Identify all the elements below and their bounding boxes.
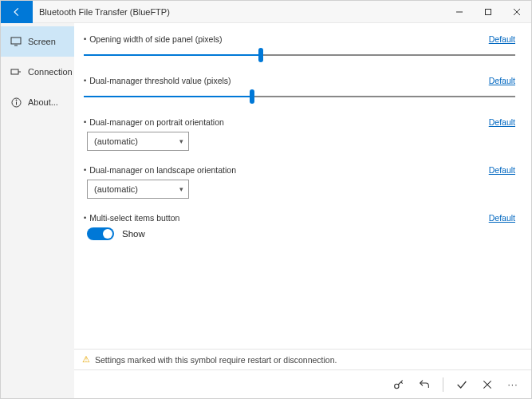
setting-label: •Multi-select items button bbox=[84, 213, 179, 223]
sidebar-item-label: Screen bbox=[28, 37, 56, 46]
setting-landscape: •Dual-manager on landscape orientation D… bbox=[84, 165, 515, 199]
default-link[interactable]: Default bbox=[489, 117, 515, 127]
setting-portrait: •Dual-manager on portrait orientation De… bbox=[84, 117, 515, 151]
dual-threshold-slider[interactable] bbox=[84, 90, 515, 103]
landscape-select[interactable]: (automatic) ▾ bbox=[87, 180, 189, 199]
slider-thumb[interactable] bbox=[250, 89, 254, 104]
key-button[interactable] bbox=[392, 377, 406, 392]
info-icon bbox=[10, 97, 22, 108]
undo-button[interactable] bbox=[417, 377, 432, 392]
slider-thumb[interactable] bbox=[258, 48, 263, 62]
sidebar-item-connection[interactable]: Connection bbox=[1, 57, 74, 87]
toolbar-separator bbox=[443, 377, 443, 392]
svg-point-10 bbox=[16, 100, 17, 101]
app-window: Bluetooth File Transfer (BlueFTP) Screen… bbox=[0, 0, 532, 399]
svg-rect-1 bbox=[486, 9, 491, 14]
minimize-icon bbox=[455, 8, 463, 16]
footer-text: Settings marked with this symbol require… bbox=[95, 355, 337, 365]
more-button[interactable]: ··· bbox=[506, 377, 520, 392]
monitor-icon bbox=[10, 37, 22, 46]
window-controls bbox=[445, 1, 531, 23]
sidebar-item-label: About... bbox=[28, 97, 58, 107]
select-value: (automatic) bbox=[94, 136, 138, 146]
chevron-down-icon: ▾ bbox=[179, 185, 183, 193]
arrow-left-icon bbox=[11, 6, 22, 18]
x-icon bbox=[482, 379, 493, 390]
svg-point-11 bbox=[395, 384, 399, 388]
setting-label: •Opening width of side panel (pixels) bbox=[84, 34, 223, 44]
close-button[interactable] bbox=[502, 1, 531, 23]
check-icon bbox=[455, 378, 468, 391]
svg-rect-6 bbox=[11, 69, 18, 74]
maximize-icon bbox=[484, 8, 492, 16]
setting-opening-width: •Opening width of side panel (pixels) De… bbox=[84, 34, 515, 61]
ellipsis-icon: ··· bbox=[507, 379, 518, 390]
key-icon bbox=[392, 378, 405, 391]
apply-button[interactable] bbox=[455, 377, 469, 392]
chevron-down-icon: ▾ bbox=[179, 137, 183, 145]
setting-multiselect: •Multi-select items button Default Show bbox=[84, 213, 515, 240]
default-link[interactable]: Default bbox=[489, 76, 515, 85]
setting-label: •Dual-manager threshold value (pixels) bbox=[84, 76, 231, 85]
settings-panel: •Opening width of side panel (pixels) De… bbox=[74, 23, 531, 349]
default-link[interactable]: Default bbox=[489, 165, 515, 175]
cancel-button[interactable] bbox=[480, 377, 495, 392]
select-value: (automatic) bbox=[94, 184, 138, 194]
setting-label: •Dual-manager on landscape orientation bbox=[84, 165, 236, 175]
opening-width-slider[interactable] bbox=[84, 49, 515, 61]
sidebar-item-screen[interactable]: Screen bbox=[1, 26, 74, 57]
default-link[interactable]: Default bbox=[489, 213, 515, 223]
connection-icon bbox=[10, 67, 22, 77]
body: Screen Connection About... •Opening widt… bbox=[1, 23, 531, 398]
back-button[interactable] bbox=[1, 1, 33, 23]
titlebar: Bluetooth File Transfer (BlueFTP) bbox=[1, 1, 531, 23]
multiselect-toggle[interactable] bbox=[87, 227, 114, 240]
maximize-button[interactable] bbox=[474, 1, 502, 23]
setting-dual-threshold: •Dual-manager threshold value (pixels) D… bbox=[84, 76, 515, 103]
footer-note: ⚠ Settings marked with this symbol requi… bbox=[74, 349, 531, 369]
minimize-button[interactable] bbox=[445, 1, 474, 23]
setting-label: •Dual-manager on portrait orientation bbox=[84, 117, 224, 127]
content: •Opening width of side panel (pixels) De… bbox=[74, 23, 531, 398]
svg-rect-4 bbox=[11, 38, 21, 44]
undo-icon bbox=[418, 378, 431, 391]
bottom-toolbar: ··· bbox=[74, 369, 531, 398]
portrait-select[interactable]: (automatic) ▾ bbox=[87, 132, 189, 151]
sidebar: Screen Connection About... bbox=[1, 23, 74, 398]
default-link[interactable]: Default bbox=[489, 34, 515, 44]
sidebar-item-label: Connection bbox=[28, 67, 73, 77]
warning-icon: ⚠ bbox=[82, 354, 90, 365]
toggle-state-label: Show bbox=[122, 229, 145, 239]
close-icon bbox=[513, 8, 521, 16]
window-title: Bluetooth File Transfer (BlueFTP) bbox=[33, 7, 445, 17]
sidebar-item-about[interactable]: About... bbox=[1, 87, 74, 117]
